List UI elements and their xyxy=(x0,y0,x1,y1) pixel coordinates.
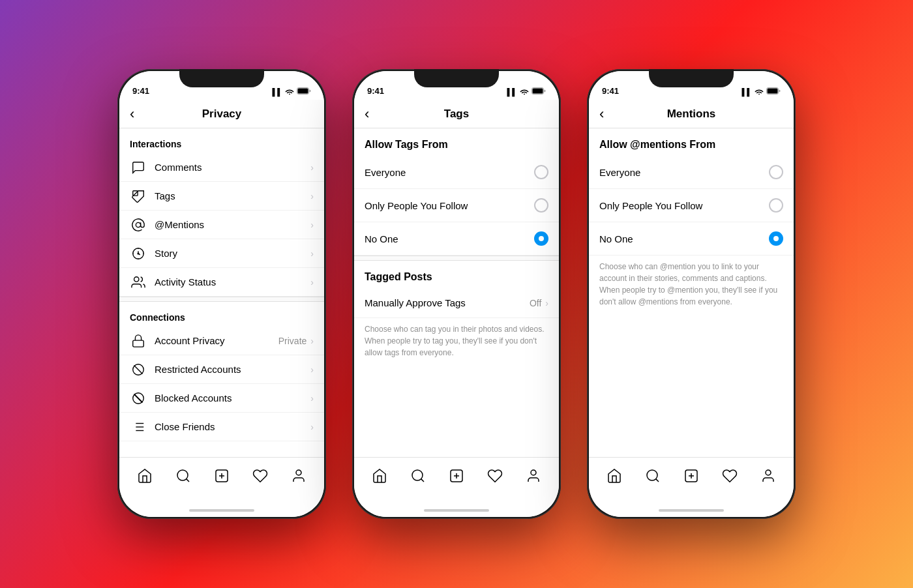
chevron-icon-story: › xyxy=(310,248,314,259)
radio-btn-follow-tags[interactable] xyxy=(534,198,548,213)
list-item-restricted[interactable]: Restricted Accounts › xyxy=(119,355,324,384)
nav-title-privacy: Privacy xyxy=(202,108,242,121)
list-item-comments[interactable]: Comments › xyxy=(119,153,324,182)
section-divider-tags xyxy=(354,256,559,261)
nav-bar-tags: ‹ Tags xyxy=(354,100,559,128)
content-mentions: Allow @mentions From Everyone Only Peopl… xyxy=(589,128,794,457)
back-button[interactable]: ‹ xyxy=(130,106,134,123)
activity-icon xyxy=(130,274,147,291)
radio-btn-follow-mentions[interactable] xyxy=(769,198,783,213)
nav-search[interactable] xyxy=(170,463,196,489)
chevron-icon-mentions: › xyxy=(310,220,314,230)
radio-btn-noone-mentions[interactable] xyxy=(769,231,783,246)
status-time-mentions: 9:41 xyxy=(602,86,619,96)
list-item-blocked[interactable]: Blocked Accounts › xyxy=(119,384,324,413)
tag-icon xyxy=(130,188,147,205)
battery-icon-tags xyxy=(531,87,546,96)
content-privacy: Interactions Comments › xyxy=(119,128,324,457)
radio-btn-noone-tags[interactable] xyxy=(534,231,548,246)
section-header-interactions: Interactions xyxy=(119,128,324,153)
list-item-close-friends[interactable]: Close Friends › xyxy=(119,413,324,441)
nav-add-mentions[interactable] xyxy=(678,463,704,489)
nav-title-mentions: Mentions xyxy=(667,108,716,121)
content-tags: Allow Tags From Everyone Only People You… xyxy=(354,128,559,457)
radio-everyone-tags[interactable]: Everyone xyxy=(354,156,559,189)
nav-add-tags[interactable] xyxy=(443,463,470,489)
nav-heart-mentions[interactable] xyxy=(717,463,743,489)
notch-mentions xyxy=(649,69,734,87)
bottom-nav-tags xyxy=(354,457,559,504)
nav-profile-tags[interactable] xyxy=(520,463,546,489)
radio-noone-mentions-label: No One xyxy=(599,233,769,244)
blocked-label: Blocked Accounts xyxy=(155,392,310,404)
section-divider xyxy=(119,297,324,302)
radio-btn-everyone-mentions[interactable] xyxy=(769,165,783,179)
svg-point-33 xyxy=(531,470,536,475)
nav-title-tags: Tags xyxy=(444,108,469,121)
radio-noone-mentions[interactable]: No One xyxy=(589,222,794,256)
radio-follow-mentions[interactable]: Only People You Follow xyxy=(589,189,794,222)
nav-search-mentions[interactable] xyxy=(640,463,666,489)
home-indicator-mentions xyxy=(589,504,794,517)
list-item-tags[interactable]: Tags › xyxy=(119,182,324,211)
phone-privacy: 9:41 ▌▌ xyxy=(117,69,326,519)
radio-follow-tags[interactable]: Only People You Follow xyxy=(354,189,559,222)
svg-line-21 xyxy=(187,478,189,481)
notch xyxy=(179,69,264,87)
chevron-icon-account-privacy: › xyxy=(310,336,314,346)
nav-home-mentions[interactable] xyxy=(601,463,627,489)
manually-approve-row[interactable]: Manually Approve Tags Off › xyxy=(354,288,559,318)
radio-btn-everyone-tags[interactable] xyxy=(534,165,548,179)
battery-icon xyxy=(297,87,311,96)
svg-rect-35 xyxy=(768,89,778,94)
nav-home-tags[interactable] xyxy=(367,463,393,489)
back-button-tags[interactable]: ‹ xyxy=(365,106,369,123)
mentions-label: @Mentions xyxy=(155,219,310,230)
radio-noone-tags-label: No One xyxy=(365,233,534,244)
radio-everyone-mentions-label: Everyone xyxy=(599,167,769,178)
battery-icon-mentions xyxy=(766,87,781,96)
svg-rect-27 xyxy=(533,89,543,94)
radio-everyone-mentions[interactable]: Everyone xyxy=(589,156,794,189)
back-button-mentions[interactable]: ‹ xyxy=(599,106,604,123)
radio-noone-tags[interactable]: No One xyxy=(354,222,559,256)
nav-heart-tags[interactable] xyxy=(482,463,508,489)
home-indicator xyxy=(119,504,324,517)
section-header-connections: Connections xyxy=(119,302,324,327)
svg-rect-1 xyxy=(298,89,308,94)
nav-profile-mentions[interactable] xyxy=(755,463,781,489)
phone-mentions-wrapper: 9:41 ▌▌ xyxy=(587,69,796,519)
manually-approve-value: Off xyxy=(530,298,541,308)
phone-inner-mentions: 9:41 ▌▌ xyxy=(589,71,794,517)
svg-point-41 xyxy=(766,470,771,475)
status-time-tags: 9:41 xyxy=(367,86,384,96)
chevron-icon-activity: › xyxy=(310,277,314,287)
signal-icon-mentions: ▌▌ xyxy=(741,88,752,96)
comment-icon xyxy=(130,159,147,176)
svg-point-3 xyxy=(136,222,140,227)
svg-line-29 xyxy=(421,478,424,481)
list-item-mentions[interactable]: @Mentions › xyxy=(119,211,324,239)
chevron-icon-restricted: › xyxy=(310,364,314,375)
svg-point-25 xyxy=(296,470,301,475)
wifi-icon-mentions xyxy=(755,88,764,96)
nav-heart[interactable] xyxy=(247,463,273,489)
list-item-account-privacy[interactable]: Account Privacy Private › xyxy=(119,327,324,355)
chevron-icon-friends: › xyxy=(310,422,314,432)
nav-bar-mentions: ‹ Mentions xyxy=(589,100,794,128)
nav-search-tags[interactable] xyxy=(405,463,431,489)
nav-home[interactable] xyxy=(132,463,158,489)
wifi-icon xyxy=(285,88,294,96)
nav-add[interactable] xyxy=(209,463,235,489)
phone-inner-tags: 9:41 ▌▌ xyxy=(354,71,559,517)
allow-tags-title: Allow Tags From xyxy=(354,128,559,156)
list-item-story[interactable]: Story › xyxy=(119,239,324,268)
radio-everyone-tags-label: Everyone xyxy=(365,167,534,178)
restricted-label: Restricted Accounts xyxy=(155,364,310,375)
nav-profile[interactable] xyxy=(286,463,312,489)
tags-label: Tags xyxy=(155,190,310,201)
activity-label: Activity Status xyxy=(155,276,310,287)
svg-point-28 xyxy=(412,470,423,480)
phone-tags: 9:41 ▌▌ xyxy=(352,69,561,519)
list-item-activity[interactable]: Activity Status › xyxy=(119,268,324,297)
